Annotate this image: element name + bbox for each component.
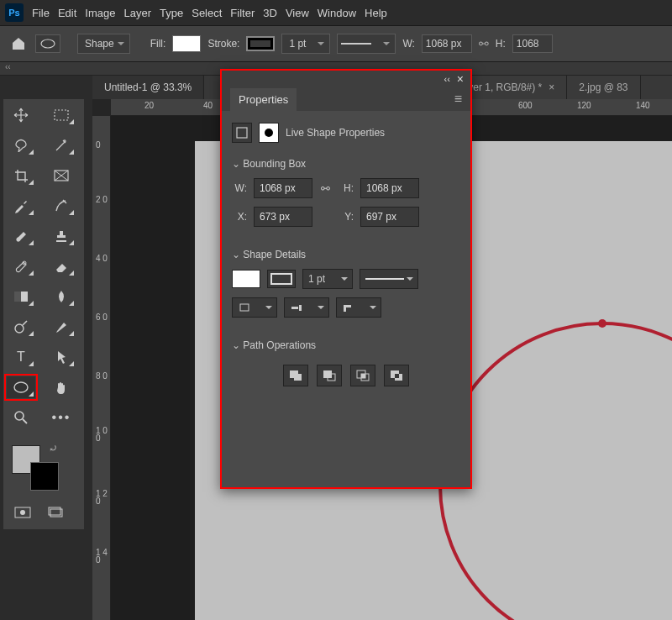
path-operations-section[interactable]: Path Operations	[232, 339, 460, 351]
pen-tool[interactable]	[47, 316, 76, 338]
history-brush-tool[interactable]	[7, 255, 35, 277]
menu-file[interactable]: File	[32, 7, 50, 19]
brush-tool[interactable]	[7, 225, 35, 247]
ellipse-shape[interactable]	[438, 322, 672, 620]
properties-panel: ‹‹ × Properties ≡ Live Shape Properties …	[220, 69, 472, 489]
pathop-subtract[interactable]	[317, 365, 342, 386]
menu-window[interactable]: Window	[318, 7, 356, 19]
magic-wand-tool[interactable]	[47, 134, 76, 156]
stamp-tool[interactable]	[47, 225, 76, 247]
link-wh-icon[interactable]: ⚯	[319, 182, 332, 195]
menu-edit[interactable]: Edit	[58, 7, 76, 19]
menu-3d[interactable]: 3D	[263, 7, 277, 19]
height-input[interactable]	[512, 34, 553, 53]
collapse-icon[interactable]: ‹‹	[444, 74, 449, 84]
shape-mode-dropdown[interactable]: Shape	[77, 34, 130, 54]
eraser-tool[interactable]	[47, 255, 76, 277]
menu-view[interactable]: View	[286, 7, 309, 19]
options-bar: Shape Fill: Stroke: 1 pt W: ⚯ H:	[0, 25, 672, 62]
eyedropper-tool[interactable]	[7, 195, 35, 217]
pathop-combine[interactable]	[283, 365, 308, 386]
svg-rect-28	[395, 374, 399, 378]
bb-y-input[interactable]	[360, 207, 419, 227]
svg-text:T: T	[17, 350, 25, 364]
stroke-corners-dropdown[interactable]	[336, 297, 381, 318]
gradient-tool[interactable]	[7, 286, 35, 307]
mask-thumb-icon	[259, 123, 279, 143]
stroke-align-dropdown[interactable]	[232, 297, 277, 318]
shape-details-section[interactable]: Shape Details	[232, 249, 460, 260]
anchor-top[interactable]	[598, 319, 606, 328]
close-icon[interactable]: ×	[457, 72, 464, 86]
svg-point-15	[265, 129, 273, 137]
panel-menu-icon[interactable]: ≡	[454, 92, 462, 107]
svg-point-6	[15, 324, 24, 333]
ellipse-shape-preview[interactable]	[35, 34, 60, 53]
fill-label: Fill:	[150, 38, 166, 50]
swap-colors-icon[interactable]: ⤾	[49, 442, 58, 454]
fill-color-swatch[interactable]	[232, 270, 260, 288]
frame-tool[interactable]	[47, 165, 76, 187]
bb-width-label: W:	[232, 182, 247, 194]
tab-layer[interactable]: yer 1, RGB/8#) *×	[456, 76, 567, 99]
menu-filter[interactable]: Filter	[230, 7, 255, 19]
ruler-vertical: 0 2 0 4 0 6 0 8 0 1 0 0 1 2 0 1 4 0	[92, 116, 111, 620]
crop-tool[interactable]	[7, 165, 35, 187]
svg-rect-17	[291, 307, 298, 309]
menu-bar: Ps File Edit Image Layer Type Select Fil…	[0, 0, 672, 25]
path-select-tool[interactable]	[47, 346, 76, 368]
home-button[interactable]	[8, 34, 29, 54]
lasso-tool[interactable]	[7, 134, 35, 156]
close-icon[interactable]: ×	[549, 81, 554, 93]
marquee-tool[interactable]	[47, 104, 76, 126]
dodge-tool[interactable]	[7, 316, 35, 338]
menu-help[interactable]: Help	[365, 7, 387, 19]
zoom-tool[interactable]	[7, 407, 35, 428]
svg-point-0	[41, 39, 55, 48]
menu-type[interactable]: Type	[160, 7, 183, 19]
link-icon[interactable]: ⚯	[479, 37, 489, 50]
bounding-box-section[interactable]: Bounding Box	[232, 158, 460, 170]
height-label: H:	[496, 38, 506, 50]
bb-x-label: X:	[232, 211, 247, 223]
stroke-width-dropdown[interactable]: 1 pt	[281, 34, 330, 54]
svg-point-11	[20, 510, 25, 515]
pathop-exclude[interactable]	[384, 365, 409, 386]
move-tool[interactable]	[7, 104, 35, 126]
hand-tool[interactable]	[47, 376, 76, 398]
svg-rect-20	[294, 374, 302, 381]
menu-select[interactable]: Select	[192, 7, 222, 19]
ps-logo: Ps	[5, 3, 24, 22]
stroke-type-dropdown[interactable]	[360, 269, 418, 289]
properties-tab[interactable]: Properties	[230, 88, 297, 111]
bb-width-input[interactable]	[254, 178, 312, 198]
bb-height-label: H:	[339, 182, 354, 194]
more-tools[interactable]: •••	[47, 407, 76, 428]
menu-layer[interactable]: Layer	[124, 7, 152, 19]
background-swatch[interactable]	[30, 462, 59, 491]
bb-x-input[interactable]	[254, 207, 312, 227]
stroke-color-swatch[interactable]	[267, 270, 296, 288]
healing-tool[interactable]	[47, 195, 76, 217]
svg-rect-16	[240, 304, 249, 311]
svg-rect-14	[237, 128, 247, 138]
blur-tool[interactable]	[47, 286, 76, 307]
stroke-swatch[interactable]	[246, 36, 275, 51]
type-tool[interactable]: T	[7, 346, 35, 368]
svg-rect-25	[361, 374, 365, 378]
bb-height-input[interactable]	[360, 178, 419, 198]
screenmode-icon[interactable]	[45, 504, 67, 521]
pathop-intersect[interactable]	[350, 365, 375, 386]
width-input[interactable]	[422, 34, 472, 53]
fill-swatch[interactable]	[172, 35, 201, 52]
tools-panel: T ••• ⤾	[3, 99, 84, 529]
ellipse-tool[interactable]	[7, 376, 35, 398]
stroke-weight-dropdown[interactable]: 1 pt	[302, 269, 353, 289]
tab-active[interactable]: Untitled-1 @ 33.3%	[92, 76, 204, 99]
stroke-style-dropdown[interactable]	[337, 34, 396, 54]
stroke-caps-dropdown[interactable]	[284, 297, 329, 318]
tab-2jpg[interactable]: 2.jpg @ 83	[567, 76, 640, 99]
quickmask-icon[interactable]	[12, 504, 34, 521]
menu-image[interactable]: Image	[85, 7, 115, 19]
home-icon	[11, 36, 26, 51]
